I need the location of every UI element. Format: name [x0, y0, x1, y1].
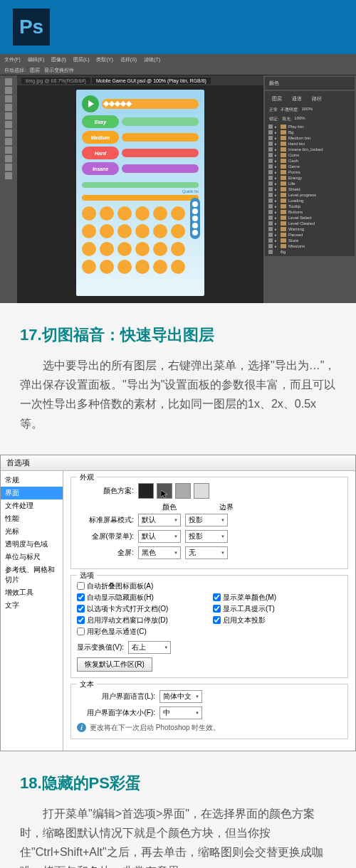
menu-item[interactable]: 编辑(E) — [28, 56, 44, 63]
checkbox-input[interactable] — [77, 593, 85, 601]
swatch-medium-light[interactable] — [175, 483, 191, 499]
visibility-icon[interactable] — [268, 193, 273, 197]
checkbox-option[interactable]: 显示菜单颜色(M) — [213, 593, 342, 603]
tool-icon[interactable] — [5, 121, 12, 128]
prefs-sidebar-item[interactable]: 单位与标尺 — [1, 551, 63, 563]
blend-mode[interactable]: 正常 — [269, 107, 278, 113]
panel-tab-paths[interactable]: 路径 — [309, 94, 325, 104]
visibility-icon[interactable] — [268, 227, 273, 231]
opacity-value[interactable]: 100% — [302, 107, 313, 113]
menu-item[interactable]: 类型(Y) — [96, 56, 112, 63]
layer-item[interactable]: ▸Coins — [266, 152, 353, 158]
menu-item[interactable]: 图像(I) — [51, 56, 66, 63]
panel-tab-layers[interactable]: 图层 — [269, 94, 285, 104]
tool-icon[interactable] — [5, 95, 12, 102]
checkbox-input[interactable] — [213, 593, 221, 601]
tool-icon[interactable] — [5, 112, 12, 120]
checkbox-input[interactable] — [77, 628, 85, 635]
checkbox-option[interactable]: 自动显示隐藏面板(H) — [77, 593, 206, 603]
document-tab-active[interactable]: Mobile Game GUI.psd @ 100% (Play btn, RG… — [92, 78, 211, 84]
layer-item[interactable]: ▸Cash — [266, 158, 353, 164]
visibility-icon[interactable] — [268, 136, 273, 140]
layer-item[interactable]: ▸Store — [266, 238, 353, 243]
visibility-icon[interactable] — [268, 142, 273, 146]
visibility-icon[interactable] — [268, 125, 273, 129]
tool-icon[interactable] — [5, 87, 12, 94]
prefs-sidebar-item[interactable]: 光标 — [1, 525, 63, 538]
visibility-icon[interactable] — [268, 216, 273, 220]
prefs-sidebar-item[interactable]: 透明度与色域 — [1, 538, 63, 551]
visibility-icon[interactable] — [268, 170, 273, 174]
visibility-icon[interactable] — [268, 176, 273, 180]
checkbox-input[interactable] — [213, 616, 221, 624]
ui-lang-dropdown[interactable]: 简体中文 — [159, 690, 202, 703]
canvas-document[interactable]: Easy Medium Hard Insane Quick fix — [76, 90, 204, 296]
full-border-dropdown[interactable]: 无 — [185, 546, 228, 559]
standard-color-dropdown[interactable]: 默认 — [138, 514, 181, 526]
menu-item[interactable]: 文件(F) — [4, 56, 21, 63]
checkbox-option[interactable]: 用彩色显示通道(C) — [77, 627, 342, 637]
layer-item[interactable]: ▸Buttons — [266, 209, 353, 215]
visibility-icon[interactable] — [268, 159, 273, 163]
prefs-sidebar-item[interactable]: 文字 — [1, 599, 63, 612]
layer-item[interactable]: Bg — [266, 249, 353, 255]
opt-value[interactable]: 图层 — [30, 67, 40, 74]
visibility-icon[interactable] — [268, 221, 273, 226]
menu-item[interactable]: 选择(S) — [120, 56, 137, 63]
layer-item[interactable]: ▸Energy — [266, 175, 353, 181]
document-tab[interactable]: timg.jpg @ 68.7%(RGB/8#) — [21, 78, 90, 84]
restore-workspace-button[interactable]: 恢复默认工作区(R) — [77, 657, 152, 672]
layer-item[interactable]: ▸Tooltip — [266, 203, 353, 209]
checkbox-option[interactable]: 启用浮动文档窗口停放(D) — [77, 615, 206, 625]
fullmenu-border-dropdown[interactable]: 投影 — [185, 530, 228, 543]
visibility-icon[interactable] — [268, 153, 273, 157]
full-color-dropdown[interactable]: 黑色 — [138, 546, 181, 559]
tool-icon[interactable] — [5, 104, 12, 111]
checkbox-option[interactable]: 自动折叠图标面板(A) — [77, 581, 342, 591]
checkbox-input[interactable] — [213, 605, 221, 613]
visibility-icon[interactable] — [268, 244, 273, 248]
layer-item[interactable]: ▸Play btn — [266, 124, 353, 129]
layer-item[interactable]: ▸Points — [266, 169, 353, 175]
menu-item[interactable]: 图层(L) — [73, 56, 90, 63]
prefs-sidebar-item[interactable]: 界面 — [1, 487, 63, 499]
panel-tab-color[interactable]: 颜色 — [266, 78, 353, 88]
visibility-icon[interactable] — [268, 238, 273, 243]
layer-item[interactable]: ▸Level Select — [266, 215, 353, 221]
tool-icon[interactable] — [5, 129, 12, 137]
tool-icon[interactable] — [5, 138, 12, 145]
layer-item[interactable]: ▸Hard btn — [266, 141, 353, 147]
checkbox-input[interactable] — [77, 582, 85, 590]
visibility-icon[interactable] — [268, 204, 273, 208]
checkbox-input[interactable] — [77, 605, 85, 613]
tool-icon[interactable] — [5, 164, 12, 171]
layer-item[interactable]: ▸Life — [266, 181, 353, 186]
checkbox-option[interactable]: 启用文本投影 — [213, 615, 342, 625]
layer-item[interactable]: ▸Missions — [266, 243, 353, 249]
swatch-dark[interactable] — [138, 483, 154, 499]
standard-border-dropdown[interactable]: 投影 — [185, 514, 228, 526]
prefs-sidebar-item[interactable]: 增效工具 — [1, 586, 63, 599]
layer-item[interactable]: ▸Level Cleared — [266, 221, 353, 226]
visibility-icon[interactable] — [268, 210, 273, 214]
layer-item[interactable]: ▸Gems — [266, 164, 353, 169]
fill-value[interactable]: 100% — [294, 116, 305, 122]
menu-item[interactable]: 滤镜(T) — [144, 56, 160, 63]
checkbox-option[interactable]: 以选项卡方式打开文档(O) — [77, 604, 206, 614]
prefs-sidebar-item[interactable]: 文件处理 — [1, 499, 63, 512]
layer-item[interactable]: ▸Bg — [266, 129, 353, 135]
checkbox-input[interactable] — [77, 616, 85, 624]
panel-tab-channels[interactable]: 通道 — [289, 94, 305, 104]
visibility-icon[interactable] — [268, 187, 273, 191]
fullmenu-color-dropdown[interactable]: 默认 — [138, 530, 181, 543]
layer-item[interactable]: ▸Medium btn — [266, 135, 353, 141]
layer-item[interactable]: ▸Insane btn_locked — [266, 147, 353, 152]
visibility-icon[interactable] — [268, 164, 273, 169]
tool-icon[interactable] — [5, 172, 12, 179]
transform-dropdown[interactable]: 右上 — [128, 641, 171, 654]
layer-item[interactable]: ▸Paused — [266, 232, 353, 238]
prefs-sidebar-item[interactable]: 性能 — [1, 512, 63, 525]
visibility-icon[interactable] — [268, 181, 273, 186]
tool-icon[interactable] — [5, 147, 12, 154]
layer-item[interactable]: ▸Warning — [266, 226, 353, 232]
